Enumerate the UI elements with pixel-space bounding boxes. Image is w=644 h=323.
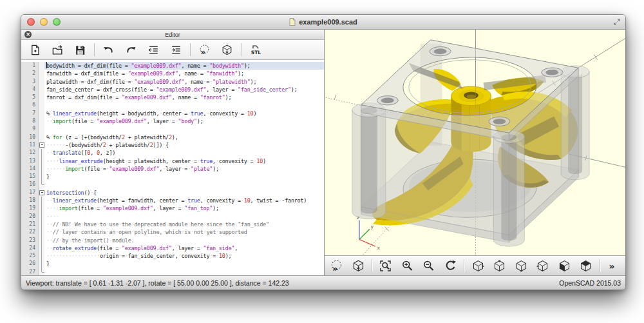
code-editor[interactable]: 1bodywidth·=·dxf_dim(file·=·"example009.… [21,60,324,275]
view-top-button[interactable] [489,257,511,274]
code-line-14[interactable]: 14······import(file·=·"example009.dxf",·… [21,165,324,173]
close-editor-panel-button[interactable]: ✕ [24,31,32,38]
new-file-button[interactable] [24,41,46,58]
viewport-status-text: Viewport: translate = [ 0.61 -1.31 -2.07… [26,279,289,287]
code-line-9[interactable]: 9 [21,125,324,133]
fold-marker-open[interactable] [39,141,44,149]
unindent-icon [147,44,160,56]
code-line-7[interactable]: 7%·linear_extrude(height·=·bodywidth,·ce… [21,110,324,117]
view-front-button[interactable] [553,257,575,274]
code-line-4[interactable]: 4fan_side_center·=·dxf_cross(file·=·"exa… [21,86,324,93]
indent-button[interactable] [165,41,187,58]
view-right-button[interactable] [467,257,489,274]
code-line-15[interactable]: 15} [21,173,324,181]
line-number: 27 [21,268,39,275]
code-line-25[interactable]: 25·················origin·=·fan_side_cen… [21,252,324,260]
code-line-23[interactable]: 23··//·by·the·import()·module. [21,237,324,244]
line-number: 26 [21,260,39,268]
axis-label-x: x [377,245,380,251]
fold-margin [39,93,44,101]
code-line-24[interactable]: 24··rotate_extrude(file·=·"example009.dx… [21,244,324,252]
render-button[interactable] [348,257,370,274]
redo-button[interactable] [120,41,142,58]
code-line-18[interactable]: 18··linear_extrude(height·=·fanwidth,·ce… [21,197,324,204]
code-text: ····import(file·=·"example009.dxf",·laye… [44,204,324,212]
fold-marker-line [39,173,44,181]
view-right-icon [471,259,485,273]
close-window-button[interactable] [27,18,35,26]
stl-icon: STL [249,44,261,56]
save-button[interactable] [69,41,91,58]
zoom-out-button[interactable] [418,257,440,274]
zoom-in-button[interactable] [397,257,419,274]
view-left-button[interactable] [532,257,554,274]
3d-scene[interactable]: z y x [325,30,625,255]
code-line-20[interactable]: 20···· [21,213,324,220]
export-stl-button[interactable]: STL [244,41,267,58]
render-cube-icon [352,259,365,273]
view-bottom-button[interactable] [510,257,532,274]
reset-view-button[interactable] [440,257,462,274]
view-back-button[interactable] [575,257,597,274]
fold-marker-line [39,157,44,165]
redo-icon [125,44,137,56]
code-text [44,268,324,275]
fold-margin [39,117,44,125]
code-line-2[interactable]: 2fanwidth·=·dxf_dim(file·=·"example009.d… [21,70,324,77]
resize-icon[interactable] [613,18,621,26]
preview-button[interactable]: » [193,41,216,58]
fold-marker-line [39,220,44,228]
code-line-12[interactable]: 12··translate([0,·0,·z]) [21,149,324,157]
render-button[interactable] [216,41,238,58]
code-line-17[interactable]: 17intersection()·{ [21,189,324,197]
code-line-13[interactable]: 13····linear_extrude(height·=·platewidth… [21,157,324,165]
title-bar[interactable]: example009.scad [21,15,625,30]
code-text: fan_side_center·=·dxf_cross(file·=·"exam… [44,86,324,93]
minimize-window-button[interactable] [40,18,48,26]
indent-icon [170,44,182,56]
view-more-button[interactable]: » [603,257,625,274]
zoom-window-button[interactable] [53,18,61,26]
code-line-22[interactable]: 22··//·layer·contains·an·open·polyline,·… [21,228,324,236]
code-line-21[interactable]: 21··//·NB!·We·have·to·use·the·deprecated… [21,220,324,228]
code-line-3[interactable]: 3platewidth·=·dxf_dim(file·=·"example009… [21,78,324,86]
reset-view-icon [444,259,457,273]
code-line-10[interactable]: 10%·for·(z·=·[+(bodywidth/2·+·platewidth… [21,133,324,141]
code-text: ····linear_extrude(height·=·platewidth,·… [44,157,324,165]
editor-panel-header[interactable]: ✕ Editor [21,30,324,40]
open-button[interactable] [46,41,69,58]
line-number: 16 [21,181,39,188]
line-number: 4 [21,86,39,93]
preview-button[interactable]: » [326,257,348,274]
viewport-panel: z y x »» [325,30,625,275]
status-bar: Viewport: translate = [ 0.61 -1.31 -2.07… [21,275,625,289]
fold-margin [39,62,44,70]
line-number: 17 [21,189,39,197]
toolbar-separator [464,259,464,272]
code-line-6[interactable]: 6 [21,101,324,109]
code-line-11[interactable]: 11······-(bodywidth/2·+·platewidth/2)])·… [21,141,324,149]
code-text: ·················origin·=·fan_side_cente… [44,252,324,260]
code-line-16[interactable]: 16 [21,181,324,188]
zoom-all-button[interactable] [375,257,397,274]
code-line-5[interactable]: 5fanrot·=·dxf_dim(file·=·"example009.dxf… [21,93,324,101]
unindent-button[interactable] [142,41,165,58]
code-line-19[interactable]: 19····import(file·=·"example009.dxf",·la… [21,204,324,212]
code-text: fanwidth·=·dxf_dim(file·=·"example009.dx… [44,70,324,77]
code-text: } [44,260,324,268]
code-line-1[interactable]: 1bodywidth·=·dxf_dim(file·=·"example009.… [21,62,324,70]
line-number: 22 [21,228,39,236]
new-file-icon [29,44,41,56]
fold-margin [39,78,44,86]
fold-marker-line [39,149,44,157]
preview-icon: » [198,44,211,56]
code-line-26[interactable]: 26} [21,260,324,268]
code-line-27[interactable]: 27 [21,268,324,275]
undo-button[interactable] [97,41,120,58]
code-text: ··//·by·the·import()·module. [44,237,324,244]
fold-margin [39,86,44,93]
3d-viewport-canvas[interactable]: z y x [325,30,625,255]
fold-marker-open[interactable] [39,189,44,197]
code-line-8[interactable]: 8··import(file·=·"example009.dxf",·layer… [21,117,324,125]
code-text: intersection()·{ [44,189,324,197]
